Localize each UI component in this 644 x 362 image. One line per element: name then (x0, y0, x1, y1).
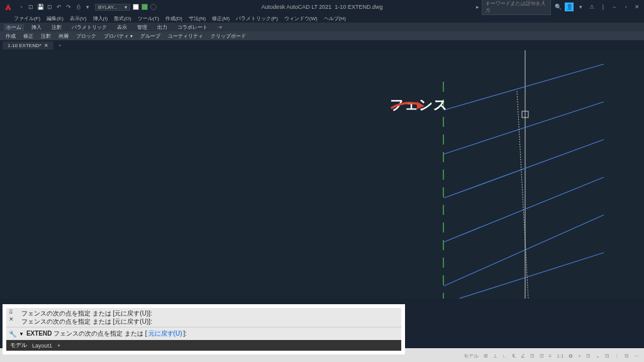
status-trans-icon[interactable]: ≡ (548, 353, 553, 359)
status-3dosnap-icon[interactable]: ⊡ (529, 353, 536, 359)
ribbon-tab-home[interactable]: ホーム (4, 24, 24, 31)
status-model[interactable]: モデル (462, 353, 480, 359)
cmd-dropdown-icon[interactable]: ▼ (19, 331, 24, 337)
status-iso-icon[interactable]: ⊡ (604, 353, 611, 359)
status-ortho-icon[interactable]: ∟ (501, 353, 509, 359)
qat-redo-icon[interactable]: ↷ (65, 3, 72, 11)
status-lwt-icon[interactable]: ⊡ (538, 353, 545, 359)
svg-line-6 (444, 177, 604, 242)
status-clean-icon[interactable]: ⊟ (623, 353, 630, 359)
status-osnap-icon[interactable]: ∠ (519, 353, 526, 359)
minimize-button[interactable]: – (610, 3, 619, 11)
menu-format[interactable]: 形式(O) (114, 15, 131, 22)
svg-line-3 (444, 64, 604, 110)
status-grid-icon[interactable]: ⊞ (482, 353, 489, 359)
command-history: ⠿ ✕ フェンスの次の点を指定 または [元に戻す(U)]: フェンスの次の点を… (6, 308, 401, 327)
status-scale[interactable]: 1:1 (555, 353, 565, 359)
panel-block[interactable]: ブロック (74, 33, 98, 40)
ribbon-tabs: ホーム 挿入 注釈 パラメトリック 表示 管理 出力 コラボレート ▫▾ (0, 23, 644, 31)
menu-view[interactable]: 表示(V) (70, 15, 87, 22)
status-polar-icon[interactable]: ℄ (511, 353, 517, 359)
app-logo (4, 3, 13, 11)
ribbon-tab-view[interactable]: 表示 (114, 24, 130, 31)
panel-groups[interactable]: グループ (138, 33, 162, 40)
file-tab-name: 1-10 EXTEND* (8, 43, 42, 48)
separator: | (599, 3, 608, 11)
panel-layers[interactable]: 画層 (57, 33, 70, 40)
help-dropdown[interactable]: ▾ (576, 3, 585, 11)
wrench-icon[interactable]: 🔧 (9, 331, 16, 337)
command-name: EXTEND (26, 330, 52, 337)
menu-file[interactable]: ファイル(F) (14, 15, 40, 22)
menu-parametric[interactable]: パラメトリック(P) (236, 15, 278, 22)
menu-modify[interactable]: 修正(M) (212, 15, 230, 22)
ribbon-tab-manage[interactable]: 管理 (135, 24, 150, 31)
color-swatch-white[interactable] (133, 4, 139, 10)
qat-save-icon[interactable]: 💾 (36, 3, 44, 11)
ribbon-panels: 作成 修正 注釈 画層 ブロック プロパティ ▾ グループ ユーティリティ クリ… (0, 31, 644, 40)
warning-icon[interactable]: ⚠ (587, 3, 596, 11)
menu-dimension[interactable]: 寸法(N) (189, 15, 206, 22)
close-button[interactable]: ✕ (633, 3, 641, 11)
history-close-icon[interactable]: ✕ (9, 316, 21, 323)
command-option[interactable]: 元に戻す(U) (147, 330, 184, 337)
qat-undo-icon[interactable]: ↶ (55, 3, 63, 11)
layout-tab-model[interactable]: モデル (10, 341, 27, 349)
history-drag-icon[interactable]: ⠿ (9, 309, 21, 316)
menu-bar: ファイル(F) 編集(E) 表示(V) 挿入(I) 形式(O) ツール(T) 作… (0, 14, 644, 23)
panel-util[interactable]: ユーティリティ (166, 33, 205, 40)
panel-clip[interactable]: クリップボード (209, 33, 248, 40)
status-bar-right: モデル ⊞ ⊥ ∟ ℄ ∠ ⊡ ⊡ ≡ 1:1 ✿ + ⊡ ⌄ ⊡ ⋮ ⊟ ⋯ (462, 353, 640, 359)
status-menu-icon[interactable]: ⋯ (633, 353, 640, 359)
ribbon-tab-more[interactable]: ▫▾ (215, 25, 225, 30)
status-units-icon[interactable]: ⌄ (594, 353, 601, 359)
qat-open-icon[interactable]: ⊡ (27, 3, 35, 11)
status-snap-icon[interactable]: ⊥ (492, 353, 499, 359)
ribbon-tab-collab[interactable]: コラボレート (175, 24, 210, 31)
ribbon-tab-parametric[interactable]: パラメトリック (69, 24, 109, 31)
ribbon-tab-insert[interactable]: 挿入 (29, 24, 44, 31)
command-input-row[interactable]: 🔧 ▼ EXTEND フェンスの次の点を指定 または [元に戻す(U)]: (6, 327, 401, 340)
panel-props[interactable]: プロパティ ▾ (102, 33, 135, 40)
maximize-button[interactable]: ▫ (621, 3, 630, 11)
status-gear-icon[interactable]: ✿ (567, 353, 574, 359)
qat-new-icon[interactable]: ▫ (18, 3, 25, 11)
menu-insert[interactable]: 挿入(I) (93, 15, 108, 22)
ribbon-tab-output[interactable]: 出力 (155, 24, 170, 31)
status-qp-icon[interactable]: ⊡ (585, 353, 592, 359)
ribbon-tab-annotate[interactable]: 注釈 (49, 24, 64, 31)
file-tab-close-icon[interactable]: ✕ (44, 43, 48, 48)
user-icon[interactable]: 👤 (565, 3, 574, 11)
panel-draw[interactable]: 作成 (4, 33, 18, 40)
bylayer-circle[interactable] (150, 4, 157, 10)
menu-draw[interactable]: 作成(D) (165, 15, 182, 22)
menu-tools[interactable]: ツール(T) (138, 15, 159, 22)
arrow-icon (390, 96, 428, 114)
layout-tab-add[interactable]: + (57, 343, 60, 349)
svg-line-4 (444, 102, 604, 154)
menu-window[interactable]: ウィンドウ(W) (284, 15, 318, 22)
file-tab-active[interactable]: 1-10 EXTEND* ✕ (3, 41, 53, 50)
panel-modify[interactable]: 修正 (21, 33, 35, 40)
history-line-1: フェンスの次の点を指定 または [元に戻す(U)]: (21, 309, 152, 317)
menu-help[interactable]: ヘルプ(H) (324, 15, 346, 22)
new-file-tab-button[interactable]: + (56, 43, 64, 48)
layer-selector[interactable]: BYLAY...▾ (95, 4, 157, 11)
qat-print-icon[interactable]: ⎙ (74, 3, 82, 11)
quick-access-toolbar: ▫ ⊡ 💾 ⊡ ↶ ↷ ⎙ ▾ (16, 3, 91, 11)
panel-annot[interactable]: 注釈 (39, 33, 53, 40)
search-icon[interactable]: 🔍 (553, 3, 562, 11)
qat-more-icon[interactable]: ▾ (84, 3, 91, 11)
color-swatch-green[interactable] (142, 4, 148, 10)
drawing-canvas[interactable]: フェンス (0, 50, 644, 299)
menu-edit[interactable]: 編集(E) (47, 15, 64, 22)
svg-line-9 (517, 91, 528, 299)
status-custom-icon[interactable]: ⋮ (613, 353, 621, 359)
svg-line-7 (444, 215, 604, 286)
command-panel: ⠿ ✕ フェンスの次の点を指定 または [元に戻す(U)]: フェンスの次の点を… (3, 304, 405, 354)
status-plus-icon[interactable]: + (577, 353, 582, 359)
svg-line-5 (444, 140, 604, 198)
search-input[interactable]: キーワードまたは語句を入力 (482, 0, 551, 15)
qat-saveas-icon[interactable]: ⊡ (46, 3, 53, 11)
layout-tab-layout1[interactable]: Layout1 (32, 343, 52, 349)
